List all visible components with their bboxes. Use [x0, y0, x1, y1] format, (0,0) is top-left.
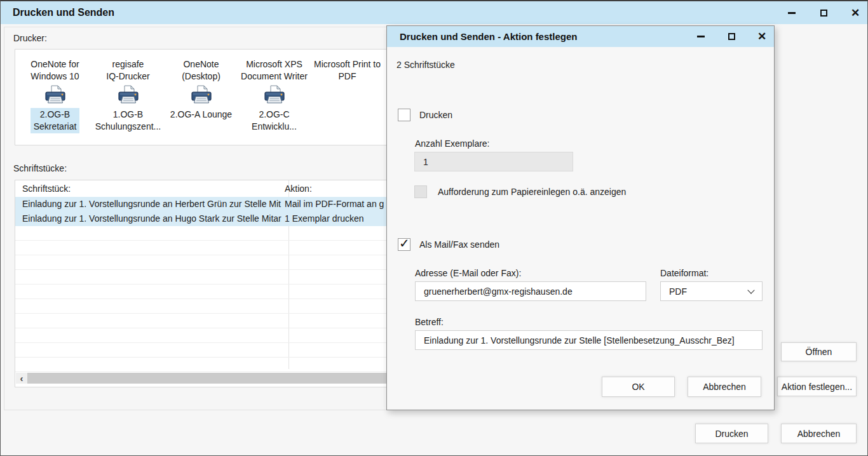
minimize-button[interactable]	[782, 3, 801, 22]
printer-location: 2.OG-C Entwicklu...	[248, 108, 300, 133]
dialog-close-button[interactable]: ✕	[752, 27, 771, 46]
printer-location-wrap: 2.OG-A Lounge	[165, 108, 238, 121]
set-action-button[interactable]: Aktion festlegen...	[777, 377, 857, 396]
printer-name: regisafe IQ-Drucker	[92, 58, 165, 83]
format-label: Dateiformat:	[660, 268, 709, 278]
printer-location-wrap	[311, 84, 384, 95]
maximize-button[interactable]	[814, 3, 833, 22]
ok-button[interactable]: OK	[602, 377, 675, 397]
printer-icon	[238, 84, 311, 106]
printer-item[interactable]: OneNote (Desktop) 2.OG-A Lounge	[165, 58, 238, 145]
format-select[interactable]: PDF	[660, 281, 763, 301]
printer-item[interactable]: Microsoft Print to PDF	[311, 58, 384, 145]
printer-name: OneNote for Windows 10	[18, 58, 92, 83]
cell-schriftstueck: Einladung zur 1. Vorstellungsrunde an He…	[15, 197, 281, 211]
subject-input[interactable]	[415, 330, 763, 350]
window-title: Drucken und Senden	[1, 7, 114, 18]
printers-label: Drucker:	[13, 33, 47, 43]
open-button[interactable]: Öffnen	[781, 342, 857, 361]
printer-location-wrap: 2.OG-C Entwicklu...	[238, 108, 311, 133]
scroll-left-button[interactable]: ‹	[16, 373, 27, 384]
printer-icon	[92, 84, 165, 106]
main-titlebar: Drucken und Senden ✕	[1, 1, 867, 24]
cell-schriftstueck: Einladung zur 1. Vorstellungsrunde an Hu…	[15, 211, 281, 226]
main-cancel-button[interactable]: Abbrechen	[781, 424, 857, 443]
paper-prompt-checkbox[interactable]	[414, 185, 427, 198]
printer-location	[344, 91, 351, 93]
main-window: Drucken und Senden ✕ Drucker: OneNote fo…	[0, 0, 868, 456]
close-button[interactable]: ✕	[846, 3, 865, 22]
documents-label: Schriftstücke:	[13, 163, 67, 173]
check-icon: ✓	[399, 236, 410, 251]
printer-icon	[165, 84, 238, 106]
dialog-window-controls: ✕	[680, 27, 774, 46]
printer-icon	[18, 84, 92, 106]
window-controls: ✕	[770, 3, 867, 22]
printer-name: Microsoft XPS Document Writer	[238, 58, 311, 83]
address-input[interactable]	[415, 281, 646, 301]
printer-location: 1.OG-B Schulungszent...	[92, 108, 165, 133]
print-checkbox-label: Drucken	[419, 110, 452, 120]
printer-name: Microsoft Print to PDF	[311, 58, 384, 83]
maximize-icon	[728, 33, 735, 40]
mail-fax-label: Als Mail/Fax senden	[419, 239, 499, 250]
minimize-icon	[788, 12, 796, 14]
printer-name: OneNote (Desktop)	[165, 58, 238, 83]
action-dialog: Drucken und Senden - Aktion festlegen ✕ …	[386, 25, 775, 410]
chevron-down-icon	[747, 286, 754, 293]
address-label: Adresse (E-Mail oder Fax):	[415, 268, 521, 278]
dialog-cancel-button[interactable]: Abbrechen	[688, 377, 761, 397]
printer-location: 2.OG-A Lounge	[167, 108, 235, 121]
mail-fax-checkbox[interactable]: ✓	[398, 238, 410, 251]
printer-location: 2.OG-B Sekretariat	[31, 108, 80, 133]
printer-location-wrap: 1.OG-B Schulungszent...	[92, 108, 165, 133]
column-header-schriftstueck[interactable]: Schriftstück:	[15, 180, 281, 197]
document-count: 2 Schriftstücke	[397, 60, 455, 70]
minimize-icon	[697, 36, 705, 37]
close-icon: ✕	[851, 8, 860, 18]
printer-location-wrap: 2.OG-B Sekretariat	[18, 108, 92, 133]
dialog-title: Drucken und Senden - Aktion festlegen	[387, 31, 577, 42]
dialog-minimize-button[interactable]	[691, 27, 710, 46]
printer-item[interactable]: Microsoft XPS Document Writer 2.OG-C	[238, 58, 311, 145]
paper-prompt-label: Aufforderung zum Papiereinlegen o.ä. anz…	[438, 187, 626, 197]
close-icon: ✕	[757, 31, 766, 42]
printer-item[interactable]: OneNote for Windows 10 2.OG-B Sekreta	[18, 58, 92, 145]
subject-label: Betreff:	[415, 317, 444, 327]
format-selected-value: PDF	[669, 286, 687, 297]
dialog-maximize-button[interactable]	[722, 27, 741, 46]
copies-input[interactable]	[414, 152, 573, 171]
printer-item[interactable]: regisafe IQ-Drucker 1.OG-B Schulungsz	[92, 58, 165, 145]
maximize-icon	[820, 10, 827, 17]
copies-label: Anzahl Exemplare:	[415, 138, 490, 149]
print-checkbox[interactable]	[398, 109, 410, 121]
print-button[interactable]: Drucken	[695, 424, 768, 443]
dialog-titlebar: Drucken und Senden - Aktion festlegen ✕	[387, 26, 774, 47]
